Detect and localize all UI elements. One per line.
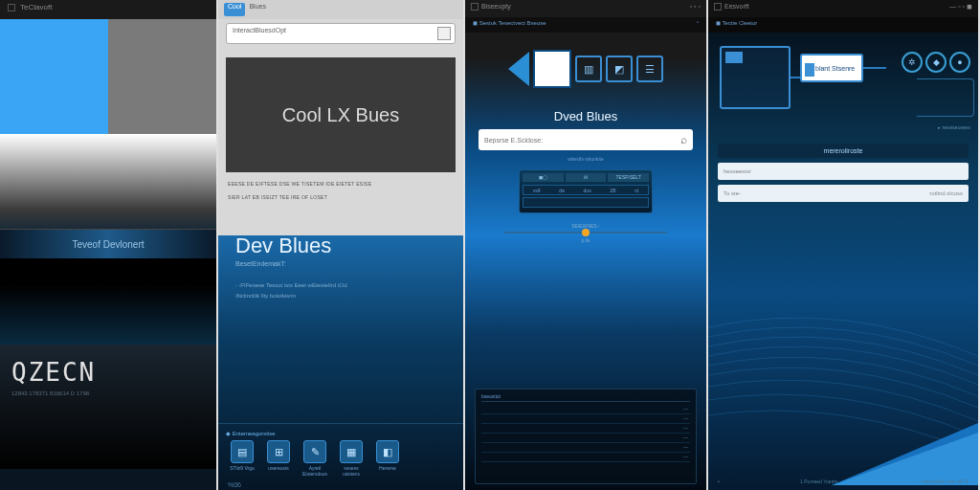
icon-label: sssess usistecs <box>335 465 368 477</box>
widget-cell-3[interactable]: 2B <box>610 188 615 193</box>
footer-line: • 1.Pomeed Yoettrs. • HevestEat Onu 02T.… <box>708 479 978 484</box>
panel-1: TeClavoft Teveof Devlonert QZECN 12843 1… <box>0 0 218 490</box>
toolbar-icon-4[interactable]: ◧Hererse <box>371 440 404 477</box>
brand-footer: 12843 178371 816614 D 1798 <box>11 390 205 398</box>
tab-secondary[interactable]: Blues <box>249 3 266 16</box>
tile-3[interactable]: ☰ <box>636 56 663 82</box>
stripe-label: Teveof Devlonert <box>72 239 144 250</box>
icon-label: usereosts <box>268 465 289 471</box>
back-arrow-icon[interactable] <box>508 52 529 86</box>
bracket-line <box>917 78 974 117</box>
icon-glyph: ▦ <box>340 440 363 463</box>
folder-icon <box>725 52 743 63</box>
results-list: bseostiot — — — — — — <box>475 389 697 484</box>
stepper-rail[interactable] <box>504 232 667 234</box>
field2-right: rotlind.slcoss <box>929 190 963 196</box>
stripe-band: Teveof Devlonert <box>0 230 216 258</box>
diagram-caption: ▸ resstseoness <box>938 124 970 130</box>
toolbar-icon-0[interactable]: ▤STliz9 Vrgo <box>226 440 258 477</box>
field2-left: To ste- <box>724 190 741 196</box>
node-user-icon[interactable]: ● <box>949 52 970 73</box>
search-bar[interactable]: ⌕ <box>479 129 693 150</box>
widget-tab-2[interactable]: TESFISELT <box>608 173 649 182</box>
panel-3: Biseeupty ▫ ▫ ▫ ◼ Sestuk Tesectvect Bseo… <box>465 0 708 490</box>
hero-card[interactable] <box>533 50 571 88</box>
icon-label: Hererse <box>379 465 396 471</box>
tile-1[interactable]: ▥ <box>575 56 602 82</box>
list-item[interactable]: — <box>481 414 690 424</box>
app-name: TeClavoft <box>20 3 52 11</box>
icon-glyph: ✎ <box>303 440 326 463</box>
input-field-1[interactable]: hesseestsr <box>718 163 969 180</box>
titlebar: TeClavoft <box>0 0 216 19</box>
list-item[interactable]: — <box>481 405 690 414</box>
window-controls[interactable]: — ▫ ▫ ◼ <box>949 3 972 14</box>
widget-cell-0[interactable]: vs9 <box>533 188 541 193</box>
toolbar-icon-3[interactable]: ▦sssess usistecs <box>335 440 368 477</box>
subheader[interactable]: ◼ Tectie Cleetor <box>708 17 978 33</box>
node-pin-icon[interactable]: ◆ <box>925 52 947 73</box>
address-text: InteractBluesdOpt <box>233 27 286 33</box>
dev-line-2: /lticlinclitk llty bolotkisrin <box>235 291 446 301</box>
node-circles: ✲ ◆ ● <box>902 52 970 73</box>
search-icon[interactable]: ⌕ <box>680 133 687 146</box>
icon-label: STliz9 Vrgo <box>230 465 255 471</box>
widget-tab-0[interactable]: ◼▢ <box>523 173 564 182</box>
field1-placeholder: hesseestsr <box>724 168 751 174</box>
titlebar: Cool Blues <box>218 0 463 19</box>
wave-graphic <box>708 270 978 490</box>
list-item[interactable]: — <box>481 443 690 453</box>
list-item[interactable]: — <box>481 453 690 462</box>
breadcrumb[interactable]: ◼ Sestuk Tesectvect Bseose ▫ <box>465 17 706 33</box>
section-title: Dved Blues <box>465 109 706 123</box>
app-icon <box>471 3 479 11</box>
breadcrumb-text: ◼ Sestuk Tesectvect Bseose <box>473 19 546 31</box>
foot-c: • HevestEat Onu 02T.9 <box>920 479 969 484</box>
panel-2: Cool Blues InteractBluesdOpt Cool LX Bue… <box>218 0 465 490</box>
app-icon <box>8 4 15 11</box>
micro-line-2: SIER LAT EB ISEIZT TEE IRE OF LOSET <box>228 193 454 201</box>
widget-tab-1[interactable]: ⊟ <box>566 173 607 182</box>
gradient-band <box>0 134 216 230</box>
toolbar-icon-2[interactable]: ✎Ayretl Etstersdsos <box>299 440 331 477</box>
widget-spacer <box>523 197 649 208</box>
widget-cell-1[interactable]: da <box>559 188 565 193</box>
app-icon <box>714 3 722 11</box>
hero-stage: ▥ ◩ ☰ <box>465 33 706 105</box>
control-widget: ◼▢⊟TESFISELT vs9dadus2Bct <box>519 169 653 213</box>
widget-cell-2[interactable]: dus <box>584 188 591 193</box>
input-field-2[interactable]: To ste- rotlind.slcoss <box>718 185 969 202</box>
section-header: mereroliroste <box>718 144 969 158</box>
diagram-area: blant Stsenre ✲ ◆ ● ▸ resstseoness <box>708 33 978 138</box>
crumb-close-icon[interactable]: ▫ <box>697 19 699 31</box>
diagram-box-a[interactable] <box>720 46 791 109</box>
dev-line-1: : -FIFesese Tessot ists Eeet wEtestelIrd… <box>235 280 446 291</box>
titlebar: Eesvorft — ▫ ▫ ◼ <box>708 0 978 17</box>
tile-2[interactable]: ◩ <box>606 56 633 82</box>
titlebar: Biseeupty ▫ ▫ ▫ <box>465 0 706 17</box>
list-item[interactable]: — <box>481 434 690 443</box>
tab-active[interactable]: Cool <box>224 3 245 16</box>
section-subtitle: BesetEndemakT: <box>235 260 463 267</box>
connector-2 <box>863 67 886 69</box>
node-gear-icon[interactable]: ✲ <box>902 52 923 73</box>
icon-toolbar: ◆ Entemeagorstise ▤STliz9 Vrgo⊞usereosts… <box>218 423 463 482</box>
toolbar-icon-1[interactable]: ⊞usereosts <box>262 440 295 477</box>
icon-glyph: ▤ <box>231 440 254 463</box>
search-hint: witestfs witonkite <box>465 156 706 162</box>
diagram-box-b[interactable]: blant Stsenre <box>800 54 863 82</box>
logo-band: QZECN 12843 178371 816614 D 1798 <box>0 345 216 469</box>
app-name: Eesvorft <box>724 3 749 10</box>
search-input[interactable] <box>484 137 680 144</box>
stepper-node-icon[interactable] <box>582 229 590 236</box>
icon-glyph: ⊞ <box>267 440 290 463</box>
foot-a: • <box>718 479 720 484</box>
stepper: SEtEWNES-: p.lts <box>504 223 667 243</box>
percent-readout: %06 <box>228 481 241 488</box>
window-controls[interactable]: ▫ ▫ ▫ <box>690 3 701 14</box>
hero-title: Cool LX Bues <box>282 104 399 126</box>
black-band <box>0 258 216 345</box>
list-item[interactable]: — <box>481 424 690 434</box>
widget-cell-4[interactable]: ct <box>635 188 638 193</box>
address-bar[interactable]: InteractBluesdOpt <box>226 23 456 44</box>
